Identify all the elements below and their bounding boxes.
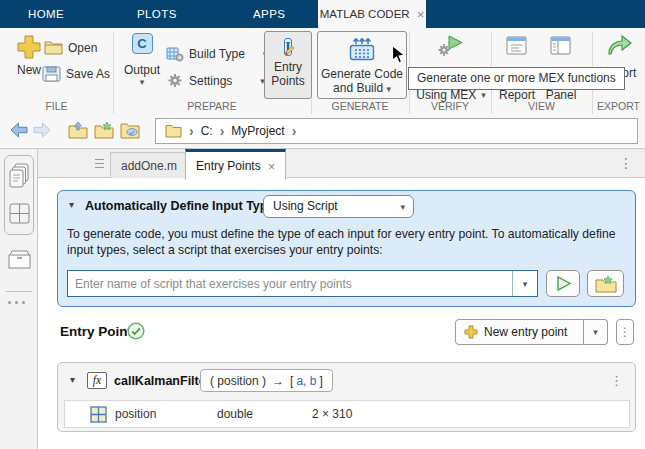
plus-icon	[464, 325, 478, 339]
breadcrumb-item-folder[interactable]: MyProject	[231, 124, 284, 138]
open-button[interactable]: Open	[44, 40, 97, 55]
generate-code-button[interactable]: Generate Code and Build ▾	[317, 31, 407, 99]
folder-new-icon	[94, 121, 114, 139]
chevron-right-icon: ›	[220, 124, 225, 138]
argument-row[interactable]: position double 2 × 310	[64, 400, 630, 428]
open-button-label: Open	[68, 41, 97, 55]
back-button[interactable]	[8, 119, 30, 141]
chevron-down-icon: ▾	[523, 279, 528, 289]
close-tab-icon[interactable]: ×	[417, 7, 425, 22]
script-input-wrapper: ▾	[67, 270, 538, 297]
new-entry-point-dropdown[interactable]: ▾	[584, 319, 608, 345]
folder-open-icon	[44, 40, 63, 55]
report-button[interactable]	[505, 36, 527, 58]
collapse-triangle-icon[interactable]: ▾	[69, 199, 74, 210]
folder-icon	[165, 124, 182, 138]
address-breadcrumb[interactable]: › C: › MyProject ›	[155, 118, 638, 144]
sidebar-divider	[6, 291, 32, 292]
output-button[interactable]: C Output ▾	[118, 33, 166, 87]
new-entry-point-button[interactable]: New entry point	[455, 319, 584, 345]
output-c-icon: C	[132, 33, 153, 54]
forward-arrow-icon	[33, 122, 51, 138]
close-icon[interactable]: ×	[268, 159, 276, 174]
plus-icon	[16, 34, 42, 60]
entry-point-card: ▾ fx callKalmanFilter ( position ) → [ a…	[57, 362, 636, 432]
doc-tab-entry-points[interactable]: Entry Points ×	[185, 149, 286, 180]
document-tab-strip: addOne.m × Entry Points × ⋮	[38, 148, 645, 178]
entry-points-label-line2: Points	[265, 74, 311, 88]
chevron-down-icon: ▾	[593, 327, 598, 337]
sidebar-button-group	[4, 155, 34, 235]
chevron-down-icon: ▾	[481, 90, 486, 100]
tab-plots[interactable]: PLOTS	[137, 0, 177, 28]
signature-outputs: a, b	[296, 374, 316, 388]
export-arrow-icon	[605, 33, 633, 56]
overflow-dots-icon[interactable]	[8, 301, 25, 304]
tab-strip-grip-icon[interactable]	[95, 159, 104, 168]
browse-script-button[interactable]	[587, 270, 624, 297]
function-name: callKalmanFilter	[114, 374, 211, 388]
chevron-right-icon: ›	[292, 124, 297, 138]
build-type-icon	[166, 45, 184, 62]
script-input-dropdown[interactable]: ▾	[512, 271, 537, 296]
chevron-down-icon: ▾	[118, 77, 166, 87]
build-type-button[interactable]: Build Type ▾	[166, 45, 267, 62]
tab-apps[interactable]: APPS	[253, 0, 285, 28]
forward-button[interactable]	[31, 119, 53, 141]
entry-points-label-line1: Entry	[265, 60, 311, 74]
entry-points-menu-button[interactable]: ⋮	[616, 319, 634, 345]
check-circle-icon	[127, 322, 145, 340]
section-label-generate: GENERATE	[311, 100, 409, 113]
tab-matlab-coder[interactable]: MATLAB CODER ×	[318, 0, 426, 28]
panel-button[interactable]	[549, 36, 571, 58]
arrow-right-icon: →	[272, 374, 284, 388]
entry-points-toggle-button[interactable]: I Entry Points	[264, 31, 312, 99]
new-folder-button[interactable]	[93, 119, 115, 141]
breadcrumb-item-drive[interactable]: C:	[201, 124, 213, 138]
sidebar-archive-button[interactable]	[6, 247, 32, 271]
report-window-icon	[506, 36, 527, 55]
matrix-icon	[90, 406, 107, 423]
panel-title: Automatically Define Input Types	[85, 199, 281, 213]
signature-bracket-close: ]	[319, 374, 322, 388]
tab-home[interactable]: HOME	[28, 0, 64, 28]
run-script-button[interactable]	[546, 270, 580, 297]
build-type-button-label: Build Type	[189, 47, 245, 61]
tab-strip-menu-button[interactable]: ⋮	[619, 155, 633, 171]
function-signature-badge[interactable]: ( position ) → [ a, b ]	[200, 369, 333, 392]
panel-window-icon	[550, 36, 571, 55]
section-label-prepare: PREPARE	[113, 100, 311, 113]
new-entry-point-button-group: New entry point ▾	[455, 319, 608, 345]
define-method-dropdown[interactable]: Using Script ▾	[263, 195, 414, 218]
save-as-button-label: Save As	[66, 67, 110, 81]
argument-size[interactable]: 2 × 310	[312, 407, 352, 421]
archive-box-icon	[7, 249, 32, 270]
argument-type[interactable]: double	[217, 407, 253, 421]
save-as-button[interactable]: Save As	[42, 66, 110, 82]
toolstrip-tab-bar: HOME PLOTS APPS MATLAB CODER ×	[0, 0, 645, 28]
sidebar-layout-button[interactable]	[8, 198, 30, 228]
sidebar-documents-button[interactable]	[8, 160, 30, 192]
folder-up-icon	[68, 121, 88, 139]
output-button-label: Output	[118, 63, 166, 77]
entry-point-menu-button[interactable]: ⋮	[610, 373, 623, 388]
signature-bracket-open: [	[290, 374, 293, 388]
matlab-coder-window: HOME PLOTS APPS MATLAB CODER × New Open …	[0, 0, 645, 449]
layout-grid-icon	[9, 203, 30, 224]
cloud-folder-button[interactable]	[119, 119, 141, 141]
address-bar: › C: › MyProject ›	[0, 114, 645, 147]
up-one-level-button[interactable]	[67, 119, 89, 141]
signature-inputs: ( position )	[210, 374, 266, 388]
doc-tab-addone-label: addOne.m	[121, 159, 177, 173]
tab-matlab-coder-label: MATLAB CODER	[320, 8, 410, 20]
generate-code-icon	[347, 37, 377, 61]
collapse-triangle-icon[interactable]: ▾	[70, 374, 75, 385]
panel-description: To generate code, you must define the ty…	[67, 227, 633, 258]
function-fx-icon: fx	[87, 372, 107, 389]
script-name-input[interactable]	[68, 271, 512, 296]
argument-name: position	[115, 407, 156, 421]
play-icon	[555, 275, 572, 292]
section-label-view: VIEW	[491, 100, 592, 113]
verify-button[interactable]	[430, 35, 470, 63]
settings-button[interactable]: Settings ▾	[166, 72, 265, 89]
